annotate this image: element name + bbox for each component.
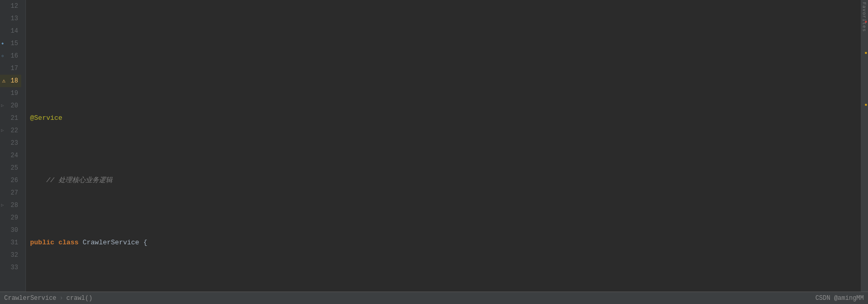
gutter-line-28: 28 ▷: [0, 199, 21, 212]
warning-icon: ⚠: [2, 75, 6, 87]
gutter-line-24: 24: [0, 149, 21, 162]
service-icon: ⬥: [1, 37, 4, 50]
fold-icon-22[interactable]: ▷: [1, 125, 4, 137]
status-bar: CrawlerService › crawl() CSDN @amingMM: [0, 292, 868, 304]
gutter-line-14: 14: [0, 25, 21, 37]
gutter-line-19: 19: [0, 87, 21, 100]
breadcrumb-method: crawl(): [66, 295, 92, 302]
gutter-line-33: 33: [0, 261, 21, 274]
gutter-line-20: 20 ▷: [0, 100, 21, 112]
right-scrollbar[interactable]: Favorites: [861, 0, 868, 292]
gutter-line-15: 15 ⬥: [0, 37, 21, 50]
code-editor[interactable]: @Service // 处理核心业务逻辑 public class Crawle…: [26, 0, 861, 292]
gutter-line-27: 27: [0, 187, 21, 199]
gutter-line-18: 18 ⚠: [0, 75, 21, 87]
code-line-13: @Service: [30, 112, 861, 125]
breadcrumb-separator: ›: [60, 295, 63, 302]
gutter-line-17: 17: [0, 62, 21, 75]
code-line-14: // 处理核心业务逻辑: [30, 174, 861, 187]
fold-icon-20[interactable]: ▷: [1, 100, 4, 112]
csdn-label: CSDN @amingMM: [815, 295, 864, 302]
gutter-line-13: 13: [0, 12, 21, 25]
gutter-line-22: 22 ▷: [0, 125, 21, 137]
gutter-line-16: 16 ⬦: [0, 50, 21, 62]
line-number-gutter: 12 13 14 15 ⬥ 16 ⬦ 17 18 ⚠ 19 20 ▷: [0, 0, 26, 292]
gutter-line-23: 23: [0, 137, 21, 149]
favorites-label: Favorites: [861, 0, 866, 32]
gutter-line-31: 31: [0, 237, 21, 249]
editor-area: 12 13 14 15 ⬥ 16 ⬦ 17 18 ⚠ 19 20 ▷: [0, 0, 868, 292]
code-line-15: public class CrawlerService {: [30, 237, 861, 249]
warning-indicator-2: [865, 104, 867, 106]
gutter-line-21: 21: [0, 112, 21, 125]
gutter-line-29: 29: [0, 212, 21, 224]
code-line-12: [30, 50, 861, 62]
warning-indicator: [865, 52, 867, 54]
fold-icon-28[interactable]: ▷: [1, 199, 4, 212]
gutter-line-25: 25: [0, 162, 21, 174]
status-left: CrawlerService › crawl(): [4, 295, 92, 302]
gutter-line-32: 32: [0, 249, 21, 261]
gutter-line-30: 30: [0, 224, 21, 237]
status-right: CSDN @amingMM: [815, 295, 864, 302]
breadcrumb-class: CrawlerService: [4, 295, 56, 302]
method-icon: ⬦: [1, 50, 4, 62]
gutter-line-12: 12: [0, 0, 21, 12]
gutter-line-26: 26: [0, 174, 21, 187]
